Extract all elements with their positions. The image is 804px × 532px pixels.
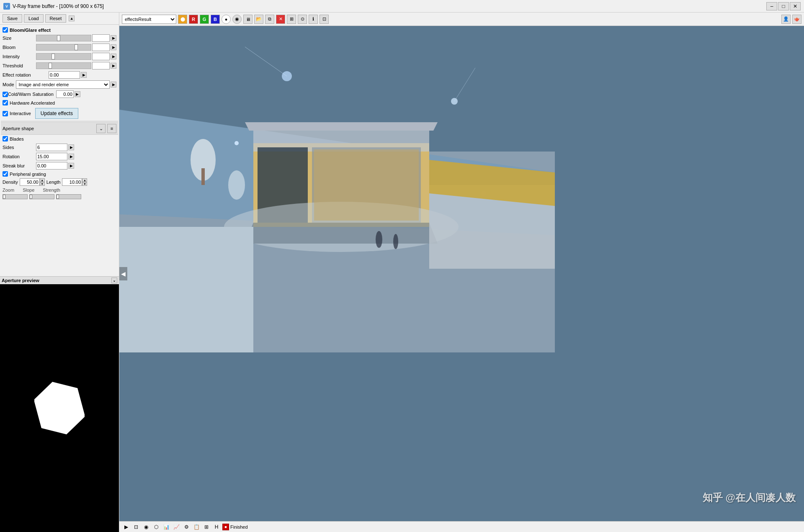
threshold-value-input[interactable]: 1.89 <box>92 62 110 69</box>
compare-icon[interactable]: ⊡ <box>320 15 329 24</box>
effect-rotation-input[interactable] <box>49 71 80 79</box>
dark-circle-icon[interactable]: ◉ <box>232 15 242 24</box>
title-bar: V V-Ray frame buffer - [100% of 900 x 67… <box>0 0 804 13</box>
display-icon[interactable]: 🖥 <box>243 15 253 24</box>
right-panel: effectsResult RGB Alpha ⬤ R G B ● ◉ 🖥 📂 … <box>119 13 804 532</box>
cold-warm-checkbox[interactable] <box>3 92 8 97</box>
rotation-expand[interactable]: ▶ <box>68 154 74 159</box>
app-icon: V <box>3 3 10 10</box>
length-input[interactable] <box>62 178 82 186</box>
size-thumb[interactable] <box>57 35 60 41</box>
saturation-value-input[interactable] <box>56 90 74 98</box>
size-slider[interactable] <box>36 35 91 41</box>
status-icon-7[interactable]: ⚙ <box>182 523 191 531</box>
status-icon-5[interactable]: 📊 <box>162 523 170 531</box>
r-channel-icon[interactable]: R <box>189 15 198 24</box>
layers-icon[interactable]: ⧉ <box>265 15 274 24</box>
mode-select[interactable]: Image and render eleme Image only Render… <box>16 80 110 89</box>
left-toolbar: Save Load Reset ▲ <box>0 13 119 25</box>
intensity-value-input[interactable]: 30.00 <box>92 53 110 60</box>
status-icon-3[interactable]: ◉ <box>142 523 150 531</box>
length-down-button[interactable]: ▼ <box>82 182 87 186</box>
intensity-slider[interactable] <box>36 53 91 60</box>
aperture-preview-expand[interactable]: ⌄ <box>111 278 117 283</box>
length-up-button[interactable]: ▲ <box>82 178 87 182</box>
bloom-value-input[interactable]: 0.84 <box>92 44 110 51</box>
threshold-expand[interactable]: ▶ <box>111 63 116 69</box>
hardware-accelerated-row: Hardware Accelerated <box>1 99 118 107</box>
slope-thumb[interactable] <box>30 195 32 199</box>
clear-icon[interactable]: ✕ <box>276 15 285 24</box>
density-input[interactable] <box>20 178 40 186</box>
density-up-button[interactable]: ▲ <box>40 178 45 182</box>
streak-blur-input[interactable] <box>36 162 67 170</box>
white-circle-icon[interactable]: ● <box>222 15 231 24</box>
teapot-icon[interactable]: 🫖 <box>792 15 801 24</box>
aperture-collapse-icon[interactable]: ⌄ <box>96 124 106 133</box>
aperture-hexagon <box>34 379 85 437</box>
folder-open-icon[interactable]: 📂 <box>254 15 263 24</box>
status-icon-10[interactable]: H <box>212 523 221 531</box>
size-value-input[interactable]: 34.91 <box>92 34 110 42</box>
rotation-input[interactable] <box>36 153 67 160</box>
zoom-slope-strength-labels-row: Zoom Slope Strength <box>1 187 118 193</box>
threshold-slider[interactable] <box>36 62 91 69</box>
effect-rotation-expand[interactable]: ▶ <box>81 72 87 78</box>
slope-slider[interactable] <box>29 194 54 199</box>
effect-rotation-row: Effect rotation ▶ <box>1 70 118 80</box>
reset-button[interactable]: Reset <box>45 14 67 23</box>
settings-scroll-area[interactable]: Bloom/Glare effect Size 34.91 ▶ Bloom <box>0 25 119 276</box>
sides-input[interactable] <box>36 144 67 151</box>
update-effects-button[interactable]: Update effects <box>35 108 78 119</box>
scroll-left-arrow[interactable]: ◀ <box>119 267 127 280</box>
cold-warm-row: Cold/Warm Saturation ▶ <box>1 90 118 99</box>
threshold-thumb[interactable] <box>49 63 52 69</box>
sides-expand[interactable]: ▶ <box>68 144 74 150</box>
svg-rect-17 <box>314 149 419 221</box>
intensity-expand[interactable]: ▶ <box>111 54 116 59</box>
cold-warm-label: Cold/Warm <box>8 92 31 97</box>
profile-icon[interactable]: 👤 <box>781 15 791 24</box>
status-icon-9[interactable]: ⊞ <box>202 523 211 531</box>
strength-thumb[interactable] <box>57 195 59 199</box>
status-icon-8[interactable]: 📋 <box>192 523 201 531</box>
channel-select[interactable]: effectsResult RGB Alpha <box>122 15 176 24</box>
scroll-up-button[interactable]: ▲ <box>69 15 75 21</box>
color-wheel-icon[interactable]: ⬤ <box>178 15 187 24</box>
status-icon-2[interactable]: ⊡ <box>132 523 140 531</box>
zoom-slider[interactable] <box>3 194 28 199</box>
stamp-icon[interactable]: ⊙ <box>298 15 307 24</box>
blades-checkbox[interactable] <box>3 136 8 141</box>
intensity-thumb[interactable] <box>52 54 55 59</box>
maximize-button[interactable]: □ <box>778 2 789 10</box>
save-button[interactable]: Save <box>3 14 22 23</box>
g-channel-icon[interactable]: G <box>200 15 209 24</box>
status-icon-4[interactable]: ⬡ <box>152 523 160 531</box>
strength-slider[interactable] <box>56 194 81 199</box>
mode-expand[interactable]: ▶ <box>111 82 116 87</box>
info-icon[interactable]: ℹ <box>309 15 318 24</box>
bloom-expand[interactable]: ▶ <box>111 44 116 50</box>
bloom-slider[interactable] <box>36 44 91 51</box>
region-icon[interactable]: ⊞ <box>287 15 296 24</box>
load-button[interactable]: Load <box>24 14 43 23</box>
minimize-button[interactable]: – <box>766 2 777 10</box>
density-length-row: Density ▲ ▼ Length ▲ ▼ <box>1 177 118 187</box>
hardware-accelerated-checkbox[interactable] <box>3 100 8 105</box>
zoom-thumb[interactable] <box>3 195 5 199</box>
close-button[interactable]: ✕ <box>790 2 801 10</box>
aperture-menu-icon[interactable]: ≡ <box>107 124 116 133</box>
status-icon-6[interactable]: 📈 <box>172 523 180 531</box>
bloom-glare-checkbox[interactable] <box>3 27 8 33</box>
b-channel-icon[interactable]: B <box>211 15 220 24</box>
bloom-thumb[interactable] <box>75 44 78 50</box>
density-down-button[interactable]: ▼ <box>40 182 45 186</box>
streak-blur-expand[interactable]: ▶ <box>68 163 74 169</box>
left-panel: Save Load Reset ▲ Bloom/Glare effect Siz… <box>0 13 119 532</box>
size-expand[interactable]: ▶ <box>111 35 116 41</box>
rotation-label: Rotation <box>3 154 36 159</box>
saturation-expand[interactable]: ▶ <box>75 91 80 97</box>
peripheral-grating-checkbox[interactable] <box>3 171 8 177</box>
interactive-checkbox[interactable] <box>3 111 8 116</box>
status-icon-1[interactable]: ▶ <box>122 523 130 531</box>
